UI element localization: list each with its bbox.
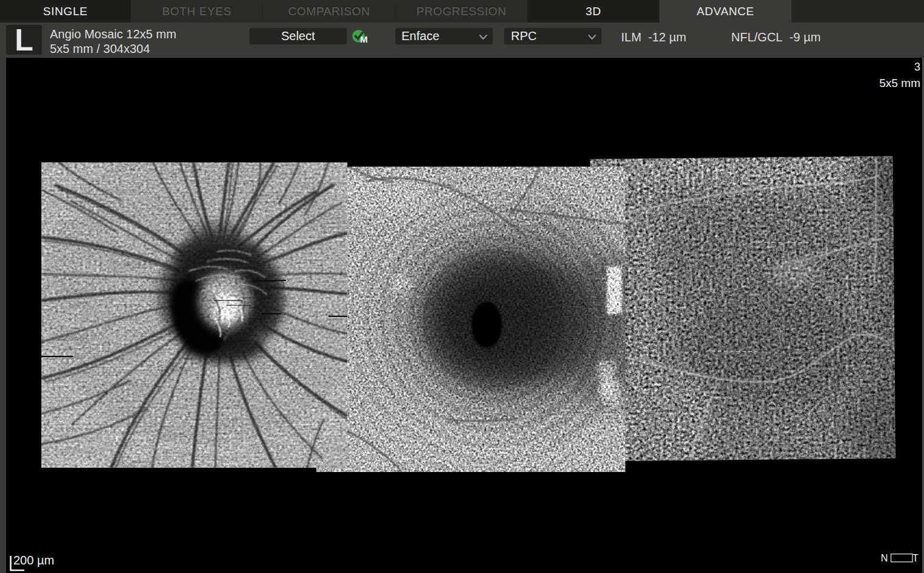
svg-text:M: M — [360, 34, 368, 44]
